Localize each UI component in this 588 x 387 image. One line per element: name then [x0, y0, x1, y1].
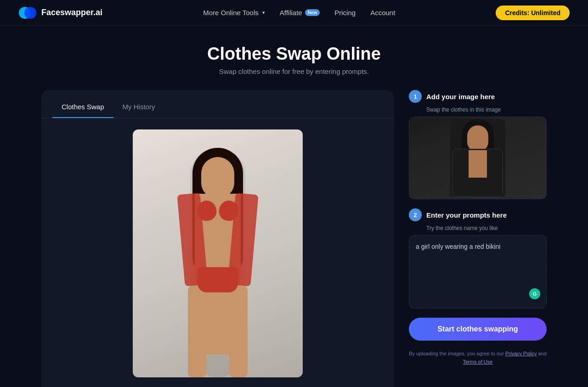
main-nav: More Online Tools ▾ Affiliate New Pricin…	[203, 9, 395, 17]
nav-right: Credits: Unlimited	[496, 6, 570, 20]
tab-my-history[interactable]: My History	[113, 99, 164, 118]
woman-image	[133, 129, 303, 377]
prompt-icons: G	[529, 288, 541, 303]
step2-section: 2 Enter your prompts here Try the clothe…	[409, 208, 547, 308]
right-panel: 1 Add your image here Swap the clothes i…	[409, 90, 547, 387]
prompt-box: a girl only wearing a red bikini G	[409, 235, 547, 308]
grammarly-logo: G	[529, 288, 541, 300]
svg-point-1	[24, 7, 36, 19]
start-clothes-swapping-button[interactable]: Start clothes swapping	[409, 318, 547, 341]
left-panel: Clothes Swap My History	[41, 90, 394, 387]
step1-header: 1 Add your image here	[409, 90, 547, 103]
step1-number: 1	[409, 90, 422, 103]
content-area: Clothes Swap My History	[41, 90, 547, 387]
step1-subtitle: Swap the clothes in this image	[426, 107, 547, 113]
nav-pricing[interactable]: Pricing	[334, 9, 356, 17]
prompt-textarea[interactable]: a girl only wearing a red bikini	[416, 242, 540, 292]
tab-clothes-swap[interactable]: Clothes Swap	[52, 99, 113, 118]
affiliate-badge: New	[305, 9, 320, 16]
step1-section: 1 Add your image here Swap the clothes i…	[409, 90, 547, 199]
nav-affiliate[interactable]: Affiliate New	[280, 9, 320, 17]
bikini-top	[197, 201, 238, 224]
bikini-cup-right	[217, 199, 240, 223]
privacy-policy-link[interactable]: Privacy Policy	[505, 351, 537, 356]
logo-icon	[18, 4, 37, 22]
face	[201, 157, 234, 198]
main-content: Clothes Swap Online Swap clothes online …	[0, 26, 588, 387]
disclaimer-text: By uploading the images, you agree to ou…	[409, 350, 547, 366]
preview-figure	[450, 119, 505, 197]
page-subtitle: Swap clothes online for free by entering…	[219, 67, 369, 75]
step2-title: Enter your prompts here	[426, 211, 507, 219]
logo-text: Faceswapper.ai	[41, 8, 102, 17]
bikini-bottom	[198, 267, 238, 292]
nav-more-tools[interactable]: More Online Tools ▾	[203, 9, 265, 17]
main-image-container	[133, 129, 303, 377]
bikini-cup-left	[195, 199, 218, 223]
page-title: Clothes Swap Online	[207, 44, 381, 64]
pf-chest-skin	[469, 150, 487, 178]
step1-title: Add your image here	[426, 93, 495, 101]
nav-account[interactable]: Account	[370, 9, 395, 17]
logo-area: Faceswapper.ai	[18, 4, 102, 22]
grammarly-icon[interactable]: G	[529, 288, 541, 303]
credits-button[interactable]: Credits: Unlimited	[496, 6, 570, 20]
tab-bar: Clothes Swap My History	[41, 90, 394, 118]
step2-subtitle: Try the clothes name you like	[426, 225, 547, 231]
terms-of-use-link[interactable]: Terms of Use	[463, 359, 493, 365]
pf-face	[467, 125, 488, 152]
woman-figure	[172, 148, 264, 377]
step2-number: 2	[409, 208, 422, 221]
svg-text:G: G	[533, 291, 537, 297]
step2-header: 2 Enter your prompts here	[409, 208, 547, 221]
image-display-area	[41, 118, 394, 387]
chevron-down-icon: ▾	[262, 10, 265, 16]
header: Faceswapper.ai More Online Tools ▾ Affil…	[0, 0, 588, 26]
image-upload-box[interactable]	[409, 117, 547, 199]
uploaded-preview	[409, 117, 546, 199]
